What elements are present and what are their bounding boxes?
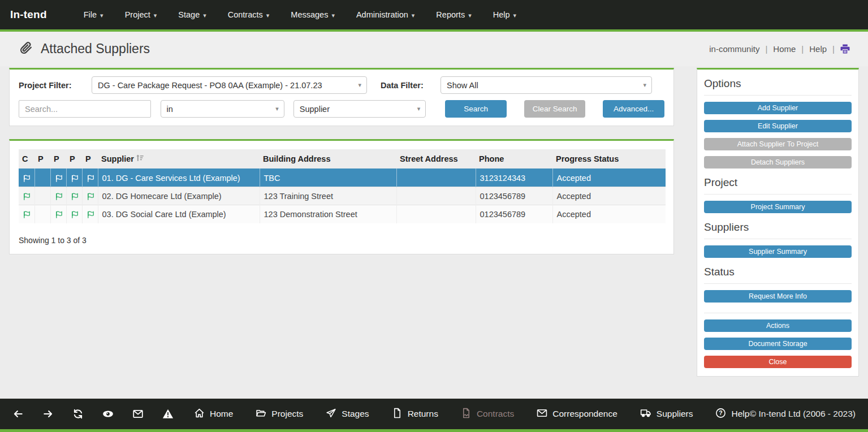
divider xyxy=(704,313,852,313)
footer-nav-stages[interactable]: Stages xyxy=(326,408,369,421)
cell-street-address[interactable] xyxy=(396,187,476,205)
chevron-down-icon: ▾ xyxy=(513,12,517,19)
svg-text:?: ? xyxy=(719,409,723,416)
search-input[interactable] xyxy=(19,100,151,118)
menu-project[interactable]: Project▾ xyxy=(114,5,168,24)
footer-nav-contracts[interactable]: Contracts xyxy=(461,408,514,421)
footer-nav-projects[interactable]: Projects xyxy=(256,408,303,421)
chevron-down-icon: ▾ xyxy=(643,81,646,89)
cell-progress-status[interactable]: Accepted xyxy=(552,205,666,223)
footer-nav: Home Projects Stages Returns Contracts C… xyxy=(194,407,750,421)
add-supplier-button[interactable]: Add Supplier xyxy=(704,102,852,114)
cell-street-address[interactable] xyxy=(396,205,476,223)
table-row-selected[interactable]: 01. DG - Care Services Ltd (Example) TBC… xyxy=(19,169,666,187)
menu-contracts[interactable]: Contracts▾ xyxy=(217,5,280,24)
clear-search-button[interactable]: Clear Search xyxy=(524,100,586,118)
flag-cell[interactable] xyxy=(50,205,66,223)
link-in-community[interactable]: in-community xyxy=(709,44,759,54)
column-header-c[interactable]: C xyxy=(19,149,34,169)
flag-cell[interactable] xyxy=(50,169,66,187)
table-row[interactable]: 02. DG Homecare Ltd (Example) 123 Traini… xyxy=(19,187,666,205)
flag-cell[interactable] xyxy=(19,169,34,187)
flag-cell[interactable] xyxy=(34,205,50,223)
cell-building-address[interactable]: TBC xyxy=(260,169,396,187)
cell-phone[interactable]: 3123124343 xyxy=(476,169,552,187)
cell-building-address[interactable]: 123 Demonstration Street xyxy=(260,205,396,223)
column-header-supplier[interactable]: Supplier xyxy=(98,149,260,169)
edit-supplier-button[interactable]: Edit Supplier xyxy=(704,120,852,132)
search-field-select[interactable]: Supplier ▾ xyxy=(293,100,426,118)
flag-cell[interactable] xyxy=(82,205,98,223)
advanced-button[interactable]: Advanced... xyxy=(603,100,664,118)
footer-nav-home[interactable]: Home xyxy=(194,408,233,421)
column-header-p3[interactable]: P xyxy=(66,149,82,169)
cell-street-address[interactable] xyxy=(396,169,476,187)
project-filter-select[interactable]: DG - Care Package Request - PO8 0AA (Exa… xyxy=(92,76,367,94)
cell-phone[interactable]: 0123456789 xyxy=(476,187,552,205)
footer-nav-suppliers[interactable]: Suppliers xyxy=(640,407,693,421)
actions-button[interactable]: Actions xyxy=(704,319,852,332)
eye-icon[interactable] xyxy=(102,408,114,420)
folder-open-icon xyxy=(256,408,266,421)
link-home[interactable]: Home xyxy=(773,44,796,54)
supplier-summary-button[interactable]: Supplier Summary xyxy=(704,245,852,258)
link-help[interactable]: Help xyxy=(809,44,827,54)
back-icon[interactable] xyxy=(12,408,24,420)
flag-cell[interactable] xyxy=(82,187,98,205)
project-summary-button[interactable]: Project Summary xyxy=(704,201,852,213)
flag-cell[interactable] xyxy=(19,187,34,205)
chevron-down-icon: ▾ xyxy=(266,12,270,19)
cell-phone[interactable]: 0123456789 xyxy=(476,205,552,223)
footer-nav-returns[interactable]: Returns xyxy=(392,408,438,421)
search-button[interactable]: Search xyxy=(445,100,507,118)
cell-supplier[interactable]: 03. DG Social Care Ltd (Example) xyxy=(98,205,260,223)
column-header-street-address[interactable]: Street Address xyxy=(396,149,476,169)
flag-cell[interactable] xyxy=(34,187,50,205)
request-more-info-button[interactable]: Request More Info xyxy=(704,290,852,303)
divider xyxy=(704,239,852,239)
data-filter-label: Data Filter: xyxy=(381,81,441,90)
flag-cell[interactable] xyxy=(82,169,98,187)
menu-reports[interactable]: Reports▾ xyxy=(425,5,482,24)
cell-building-address[interactable]: 123 Training Street xyxy=(260,187,396,205)
menu-stage[interactable]: Stage▾ xyxy=(167,5,217,24)
flag-cell[interactable] xyxy=(50,187,66,205)
flag-cell[interactable] xyxy=(66,187,82,205)
filter-panel: Project Filter: DG - Care Package Reques… xyxy=(9,68,674,126)
flag-cell[interactable] xyxy=(19,205,34,223)
menu-file[interactable]: File▾ xyxy=(73,5,114,24)
cell-progress-status[interactable]: Accepted xyxy=(552,187,666,205)
search-operator-select[interactable]: in ▾ xyxy=(161,100,284,118)
refresh-icon[interactable] xyxy=(72,408,84,420)
table-row[interactable]: 03. DG Social Care Ltd (Example) 123 Dem… xyxy=(19,205,666,223)
close-button[interactable]: Close xyxy=(704,356,852,368)
flag-cell[interactable] xyxy=(34,169,50,187)
attach-supplier-button[interactable]: Attach Supplier To Project xyxy=(704,138,852,150)
warning-icon[interactable] xyxy=(162,408,174,420)
data-filter-select[interactable]: Show All ▾ xyxy=(441,76,652,94)
column-header-p1[interactable]: P xyxy=(34,149,50,169)
column-header-progress-status[interactable]: Progress Status xyxy=(552,149,666,169)
detach-suppliers-button[interactable]: Detach Suppliers xyxy=(704,156,852,169)
footer-nav-help[interactable]: ? Help xyxy=(715,408,749,421)
print-icon[interactable] xyxy=(840,44,850,54)
footer-nav-correspondence[interactable]: Correspondence xyxy=(537,408,617,421)
column-header-p4[interactable]: P xyxy=(82,149,98,169)
cell-supplier[interactable]: 01. DG - Care Services Ltd (Example) xyxy=(98,169,260,187)
sidebar-heading-status: Status xyxy=(704,263,852,283)
menu-help[interactable]: Help▾ xyxy=(482,5,527,24)
column-header-p2[interactable]: P xyxy=(50,149,66,169)
menu-administration[interactable]: Administration▾ xyxy=(346,5,425,24)
forward-icon[interactable] xyxy=(42,408,54,420)
cell-progress-status[interactable]: Accepted xyxy=(552,169,666,187)
menu-messages[interactable]: Messages▾ xyxy=(280,5,346,24)
column-header-phone[interactable]: Phone xyxy=(476,149,552,169)
document-storage-button[interactable]: Document Storage xyxy=(704,338,852,350)
column-header-building-address[interactable]: Building Address xyxy=(260,149,396,169)
flag-cell[interactable] xyxy=(66,205,82,223)
page-title: Attached Suppliers xyxy=(41,41,150,57)
mail-icon[interactable] xyxy=(132,408,144,420)
cell-supplier[interactable]: 02. DG Homecare Ltd (Example) xyxy=(98,187,260,205)
sidebar-heading-project: Project xyxy=(704,174,852,194)
flag-cell[interactable] xyxy=(66,169,82,187)
